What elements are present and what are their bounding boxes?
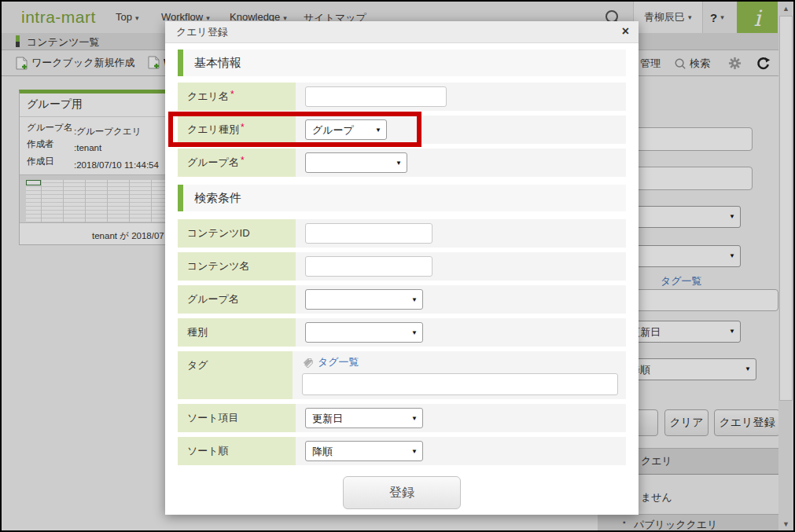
search-condition-section-header: 検索条件 xyxy=(178,185,626,211)
select-arrow-icon: ▼ xyxy=(411,415,418,422)
group-name-select[interactable]: ▼ xyxy=(305,152,407,173)
sort-order-select[interactable]: 降順 ▼ xyxy=(305,441,423,461)
sort-item-select[interactable]: 更新日 ▼ xyxy=(305,408,423,428)
kind-select[interactable]: ▼ xyxy=(305,322,423,343)
select-arrow-icon: ▼ xyxy=(411,448,418,455)
required-mark: * xyxy=(230,89,234,100)
register-button[interactable]: 登録 xyxy=(343,476,461,509)
content-name-row: コンテンツ名 xyxy=(178,252,626,281)
group-filter-row: グループ名 ▼ xyxy=(178,285,626,314)
group-name-row: グループ名* ▼ xyxy=(178,149,626,177)
content-name-input[interactable] xyxy=(305,256,432,277)
select-arrow-icon: ▼ xyxy=(396,160,402,167)
select-arrow-icon: ▼ xyxy=(411,329,418,336)
query-name-input[interactable] xyxy=(305,86,447,107)
content-id-row: コンテンツID xyxy=(178,219,626,248)
tags-icon xyxy=(302,357,314,369)
screen: intra-mart Top▾ Workflow▾ Knowledge▾ サイト… xyxy=(0,0,795,532)
sort-item-row: ソート項目 更新日 ▼ xyxy=(178,404,626,432)
query-register-dialog: クエリ登録 × 基本情報 クエリ名* クエリ種別* グループ ▼ xyxy=(165,21,639,515)
tag-row: タグ タグ一覧 xyxy=(178,351,626,399)
sort-order-row: ソート順 降順 ▼ xyxy=(178,437,626,465)
query-name-row: クエリ名* xyxy=(178,83,626,111)
tag-list-link[interactable]: タグ一覧 xyxy=(302,355,359,369)
tag-input[interactable] xyxy=(302,373,618,395)
required-mark: * xyxy=(241,155,245,166)
basic-info-section-header: 基本情報 xyxy=(178,50,626,76)
section-bar-icon xyxy=(178,185,183,211)
select-arrow-icon: ▼ xyxy=(411,296,418,303)
dialog-titlebar: クエリ登録 × xyxy=(165,21,639,43)
highlight-box xyxy=(168,112,421,147)
dialog-title: クエリ登録 xyxy=(176,25,228,39)
content-id-input[interactable] xyxy=(305,223,432,244)
section-bar-icon xyxy=(178,50,183,76)
kind-row: 種別 ▼ xyxy=(178,318,626,347)
close-icon[interactable]: × xyxy=(622,24,629,39)
group-filter-select[interactable]: ▼ xyxy=(305,289,423,310)
